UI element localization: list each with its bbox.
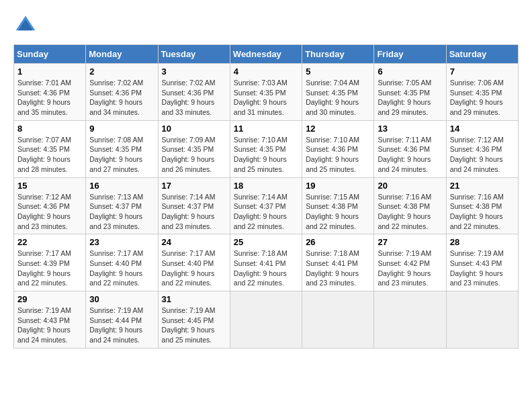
day-number: 14 [450, 124, 515, 134]
day-info: Sunrise: 7:03 AMSunset: 4:35 PMDaylight:… [234, 78, 298, 118]
column-header-saturday: Saturday [446, 45, 518, 64]
calendar-header-row: SundayMondayTuesdayWednesdayThursdayFrid… [14, 45, 519, 64]
day-info: Sunrise: 7:19 AMSunset: 4:42 PMDaylight:… [378, 248, 442, 288]
calendar-cell: 14Sunrise: 7:12 AMSunset: 4:36 PMDayligh… [446, 120, 518, 177]
calendar-cell: 27Sunrise: 7:19 AMSunset: 4:42 PMDayligh… [374, 234, 446, 291]
day-info: Sunrise: 7:12 AMSunset: 4:36 PMDaylight:… [17, 192, 82, 232]
day-number: 3 [162, 66, 226, 77]
day-info: Sunrise: 7:07 AMSunset: 4:35 PMDaylight:… [17, 135, 82, 175]
calendar-cell [374, 291, 446, 349]
calendar-cell: 21Sunrise: 7:16 AMSunset: 4:38 PMDayligh… [446, 177, 518, 234]
day-info: Sunrise: 7:06 AMSunset: 4:35 PMDaylight:… [450, 78, 515, 118]
column-header-wednesday: Wednesday [230, 45, 302, 64]
calendar-cell: 12Sunrise: 7:10 AMSunset: 4:36 PMDayligh… [302, 120, 374, 177]
day-info: Sunrise: 7:04 AMSunset: 4:35 PMDaylight:… [306, 78, 370, 118]
day-number: 31 [162, 294, 226, 304]
day-number: 30 [89, 294, 154, 304]
day-number: 15 [17, 181, 82, 191]
day-number: 17 [162, 181, 226, 191]
day-info: Sunrise: 7:15 AMSunset: 4:38 PMDaylight:… [306, 192, 370, 232]
day-info: Sunrise: 7:14 AMSunset: 4:37 PMDaylight:… [162, 192, 226, 232]
day-info: Sunrise: 7:18 AMSunset: 4:41 PMDaylight:… [306, 248, 370, 288]
calendar-cell: 4Sunrise: 7:03 AMSunset: 4:35 PMDaylight… [230, 64, 302, 121]
calendar-cell: 22Sunrise: 7:17 AMSunset: 4:39 PMDayligh… [14, 234, 86, 291]
day-number: 20 [378, 181, 442, 191]
day-number: 7 [450, 66, 515, 77]
day-number: 18 [234, 181, 298, 191]
day-number: 16 [89, 181, 154, 191]
day-number: 22 [17, 237, 82, 247]
column-header-monday: Monday [86, 45, 158, 64]
day-info: Sunrise: 7:09 AMSunset: 4:35 PMDaylight:… [162, 135, 226, 175]
day-info: Sunrise: 7:02 AMSunset: 4:36 PMDaylight:… [89, 78, 154, 118]
day-info: Sunrise: 7:11 AMSunset: 4:36 PMDaylight:… [378, 135, 442, 175]
day-number: 23 [89, 237, 154, 247]
day-info: Sunrise: 7:19 AMSunset: 4:44 PMDaylight:… [89, 306, 154, 345]
day-info: Sunrise: 7:16 AMSunset: 4:38 PMDaylight:… [378, 192, 442, 232]
day-info: Sunrise: 7:08 AMSunset: 4:35 PMDaylight:… [89, 135, 154, 175]
day-info: Sunrise: 7:19 AMSunset: 4:43 PMDaylight:… [450, 248, 515, 288]
calendar-cell: 10Sunrise: 7:09 AMSunset: 4:35 PMDayligh… [158, 120, 230, 177]
day-info: Sunrise: 7:02 AMSunset: 4:36 PMDaylight:… [162, 78, 226, 118]
calendar-cell [302, 291, 374, 349]
day-info: Sunrise: 7:17 AMSunset: 4:40 PMDaylight:… [89, 248, 154, 288]
column-header-thursday: Thursday [302, 45, 374, 64]
logo-icon [13, 13, 38, 38]
day-info: Sunrise: 7:16 AMSunset: 4:38 PMDaylight:… [450, 192, 515, 232]
calendar-cell: 1Sunrise: 7:01 AMSunset: 4:36 PMDaylight… [14, 64, 86, 121]
day-number: 11 [234, 124, 298, 134]
column-header-sunday: Sunday [14, 45, 86, 64]
day-number: 10 [162, 124, 226, 134]
calendar-cell: 6Sunrise: 7:05 AMSunset: 4:35 PMDaylight… [374, 64, 446, 121]
day-info: Sunrise: 7:10 AMSunset: 4:36 PMDaylight:… [306, 135, 370, 175]
day-info: Sunrise: 7:13 AMSunset: 4:37 PMDaylight:… [89, 192, 154, 232]
day-number: 24 [162, 237, 226, 247]
calendar-week-5: 29Sunrise: 7:19 AMSunset: 4:43 PMDayligh… [14, 291, 519, 349]
calendar-cell: 23Sunrise: 7:17 AMSunset: 4:40 PMDayligh… [86, 234, 158, 291]
day-number: 8 [17, 124, 82, 134]
calendar-cell: 31Sunrise: 7:19 AMSunset: 4:45 PMDayligh… [158, 291, 230, 349]
day-number: 26 [306, 237, 370, 247]
day-number: 21 [450, 181, 515, 191]
day-number: 28 [450, 237, 515, 247]
calendar-cell: 2Sunrise: 7:02 AMSunset: 4:36 PMDaylight… [86, 64, 158, 121]
day-info: Sunrise: 7:18 AMSunset: 4:41 PMDaylight:… [234, 248, 298, 288]
day-info: Sunrise: 7:19 AMSunset: 4:43 PMDaylight:… [17, 306, 82, 345]
day-number: 1 [17, 66, 82, 77]
day-number: 19 [306, 181, 370, 191]
calendar-cell: 13Sunrise: 7:11 AMSunset: 4:36 PMDayligh… [374, 120, 446, 177]
calendar-cell: 29Sunrise: 7:19 AMSunset: 4:43 PMDayligh… [14, 291, 86, 349]
day-info: Sunrise: 7:17 AMSunset: 4:40 PMDaylight:… [162, 248, 226, 288]
day-number: 27 [378, 237, 442, 247]
calendar-body: 1Sunrise: 7:01 AMSunset: 4:36 PMDaylight… [14, 64, 519, 349]
day-number: 6 [378, 66, 442, 77]
column-header-tuesday: Tuesday [158, 45, 230, 64]
day-info: Sunrise: 7:17 AMSunset: 4:39 PMDaylight:… [17, 248, 82, 288]
day-number: 4 [234, 66, 298, 77]
calendar-cell: 19Sunrise: 7:15 AMSunset: 4:38 PMDayligh… [302, 177, 374, 234]
calendar-cell [446, 291, 518, 349]
calendar-table: SundayMondayTuesdayWednesdayThursdayFrid… [13, 44, 519, 349]
calendar-cell: 17Sunrise: 7:14 AMSunset: 4:37 PMDayligh… [158, 177, 230, 234]
day-number: 25 [234, 237, 298, 247]
day-info: Sunrise: 7:10 AMSunset: 4:35 PMDaylight:… [234, 135, 298, 175]
day-number: 9 [89, 124, 154, 134]
calendar-cell: 25Sunrise: 7:18 AMSunset: 4:41 PMDayligh… [230, 234, 302, 291]
calendar-cell: 9Sunrise: 7:08 AMSunset: 4:35 PMDaylight… [86, 120, 158, 177]
calendar-week-1: 1Sunrise: 7:01 AMSunset: 4:36 PMDaylight… [14, 64, 519, 121]
calendar-week-2: 8Sunrise: 7:07 AMSunset: 4:35 PMDaylight… [14, 120, 519, 177]
day-info: Sunrise: 7:01 AMSunset: 4:36 PMDaylight:… [17, 78, 82, 118]
calendar-cell: 30Sunrise: 7:19 AMSunset: 4:44 PMDayligh… [86, 291, 158, 349]
calendar-cell: 11Sunrise: 7:10 AMSunset: 4:35 PMDayligh… [230, 120, 302, 177]
calendar-week-3: 15Sunrise: 7:12 AMSunset: 4:36 PMDayligh… [14, 177, 519, 234]
day-number: 29 [17, 294, 82, 304]
calendar-cell [230, 291, 302, 349]
calendar-cell: 3Sunrise: 7:02 AMSunset: 4:36 PMDaylight… [158, 64, 230, 121]
day-info: Sunrise: 7:05 AMSunset: 4:35 PMDaylight:… [378, 78, 442, 118]
calendar-cell: 18Sunrise: 7:14 AMSunset: 4:37 PMDayligh… [230, 177, 302, 234]
calendar-cell: 8Sunrise: 7:07 AMSunset: 4:35 PMDaylight… [14, 120, 86, 177]
calendar-cell: 7Sunrise: 7:06 AMSunset: 4:35 PMDaylight… [446, 64, 518, 121]
calendar-cell: 16Sunrise: 7:13 AMSunset: 4:37 PMDayligh… [86, 177, 158, 234]
day-number: 12 [306, 124, 370, 134]
day-number: 2 [89, 66, 154, 77]
